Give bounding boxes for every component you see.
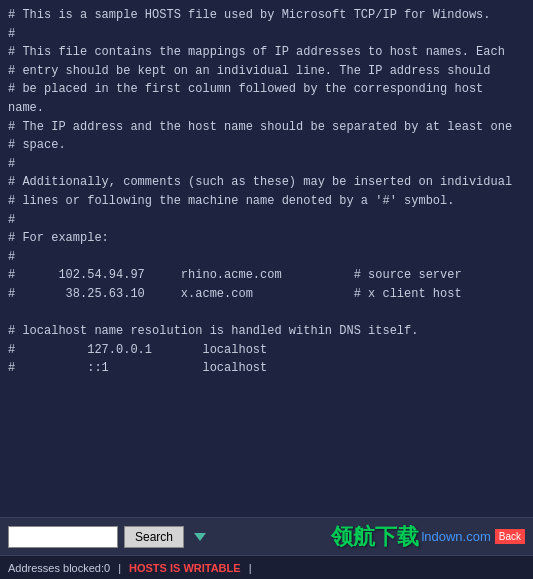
toolbar: Search 领航下载 lndown.com Back xyxy=(0,517,533,555)
watermark-area: 领航下载 lndown.com Back xyxy=(331,522,525,552)
hosts-file-content: # This is a sample HOSTS file used by Mi… xyxy=(8,6,525,378)
addresses-blocked-label: Addresses blocked:0 xyxy=(8,562,110,574)
hosts-writable-status: HOSTS IS WRITABLE xyxy=(129,562,241,574)
chevron-down-icon[interactable] xyxy=(194,533,206,541)
search-button[interactable]: Search xyxy=(124,526,184,548)
watermark-text: 领航下载 xyxy=(331,522,419,552)
watermark-box[interactable]: Back xyxy=(495,529,525,544)
status-divider-1: | xyxy=(118,562,121,574)
search-input[interactable] xyxy=(8,526,118,548)
editor-area: # This is a sample HOSTS file used by Mi… xyxy=(0,0,533,517)
status-bar: Addresses blocked:0 | HOSTS IS WRITABLE … xyxy=(0,555,533,579)
watermark-subtext: lndown.com xyxy=(421,529,490,544)
addresses-blocked-text: Addresses blocked: xyxy=(8,562,104,574)
addresses-blocked-count: 0 xyxy=(104,562,110,574)
status-divider-2: | xyxy=(249,562,252,574)
